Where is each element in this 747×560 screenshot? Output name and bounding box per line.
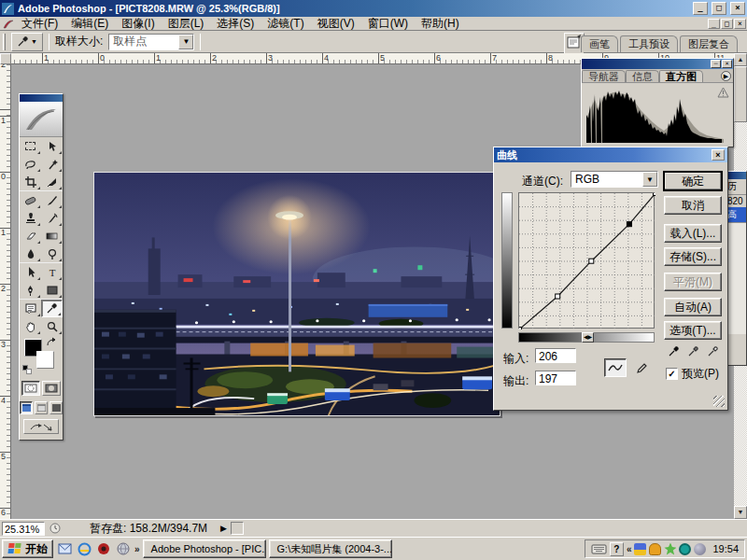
task-button-photoshop[interactable]: Adobe Photoshop - [PIC... xyxy=(143,539,266,558)
menu-edit[interactable]: 编辑(E) xyxy=(64,17,115,31)
menu-image[interactable]: 图像(I) xyxy=(115,17,161,31)
tab-navigator[interactable]: 导航器 xyxy=(582,70,626,82)
document-image[interactable] xyxy=(93,172,500,416)
history-state-row-selected[interactable]: 高 xyxy=(726,207,746,222)
default-colors-icon[interactable] xyxy=(22,365,31,373)
gradient-flip-button[interactable]: ◀▶ xyxy=(582,332,594,343)
current-tool-button[interactable]: ▼ xyxy=(11,33,43,51)
doc-close-button[interactable]: × xyxy=(734,19,746,29)
magic-wand-tool[interactable] xyxy=(41,155,63,173)
ruler-corner[interactable] xyxy=(0,53,11,64)
keyboard-icon[interactable] xyxy=(591,543,607,554)
fullscreen-menubar-button[interactable] xyxy=(35,401,48,414)
blur-tool[interactable] xyxy=(20,245,41,262)
save-button[interactable]: 存储(S)... xyxy=(664,247,722,266)
palette-menu-button[interactable]: ▶ xyxy=(721,71,731,81)
palette-close-button[interactable]: × xyxy=(722,60,732,68)
history-palette-titlebar[interactable] xyxy=(726,172,746,179)
curve-point[interactable] xyxy=(556,294,560,299)
hand-tool[interactable] xyxy=(20,317,41,335)
tab-histogram[interactable]: 直方图 xyxy=(659,70,703,82)
gray-point-eyedropper[interactable] xyxy=(685,343,700,358)
quicklaunch-mail[interactable] xyxy=(56,540,73,557)
dodge-tool[interactable] xyxy=(41,245,63,262)
lasso-tool[interactable] xyxy=(20,155,41,173)
scroll-down-button[interactable]: ▼ xyxy=(734,506,747,519)
tab-brushes[interactable]: 画笔 xyxy=(581,35,618,52)
options-grip[interactable] xyxy=(3,34,6,50)
gradient-tool[interactable] xyxy=(41,227,63,245)
quicklaunch-desktop[interactable] xyxy=(115,540,132,557)
input-field[interactable]: 206 xyxy=(535,348,576,363)
menu-help[interactable]: 帮助(H) xyxy=(415,17,466,31)
curve-point[interactable] xyxy=(589,259,594,263)
path-selection-tool[interactable] xyxy=(20,263,41,281)
jump-to-imageready-button[interactable] xyxy=(23,419,59,434)
ok-button[interactable]: 确定 xyxy=(664,172,722,190)
history-snapshot-row[interactable]: 820 xyxy=(726,195,746,207)
type-tool[interactable]: T xyxy=(41,263,63,281)
menu-file[interactable]: 文件(F) xyxy=(15,17,64,31)
chevron-down-icon[interactable]: ▼ xyxy=(178,35,193,49)
zoom-level-field[interactable]: 25.31% xyxy=(2,522,45,536)
menu-filter[interactable]: 滤镜(T) xyxy=(261,17,310,31)
load-button[interactable]: 载入(L)... xyxy=(664,224,722,243)
tab-layer-comps[interactable]: 图层复合 xyxy=(680,35,738,52)
quicklaunch-player[interactable] xyxy=(95,540,112,557)
ruler-vertical[interactable]: 210123456 xyxy=(0,64,11,519)
standard-mode-button[interactable] xyxy=(21,381,40,396)
black-point-eyedropper[interactable] xyxy=(666,343,681,358)
quicklaunch-ie[interactable] xyxy=(76,540,92,557)
tray-icon-star[interactable] xyxy=(664,543,676,555)
slice-tool[interactable] xyxy=(41,173,63,190)
pencil-curve-tool-button[interactable] xyxy=(630,358,653,377)
tray-icon-update[interactable] xyxy=(634,543,646,555)
tray-icon-volume[interactable] xyxy=(694,543,706,555)
warning-icon[interactable] xyxy=(717,87,729,98)
status-menu-arrow-icon[interactable]: ▶ xyxy=(220,524,227,533)
tab-tool-presets[interactable]: 工具预设 xyxy=(620,35,678,52)
doc-restore-button[interactable]: □ xyxy=(721,19,733,29)
cancel-button[interactable]: 取消 xyxy=(664,196,722,215)
menu-select[interactable]: 选择(S) xyxy=(210,17,261,31)
shape-tool[interactable] xyxy=(41,281,63,299)
scroll-up-button[interactable]: ▲ xyxy=(734,53,747,66)
history-brush-tool[interactable] xyxy=(41,209,63,227)
smooth-curve-tool-button[interactable] xyxy=(604,358,627,377)
quicklaunch-overflow[interactable]: » xyxy=(134,544,140,554)
app-titlebar[interactable]: Adobe Photoshop - [PICT8208.MRW @ 25.3%(… xyxy=(0,0,747,17)
start-button[interactable]: 开始 xyxy=(2,539,53,558)
healing-brush-tool[interactable] xyxy=(20,191,41,209)
chevron-down-icon[interactable]: ▼ xyxy=(642,172,657,187)
swap-colors-icon[interactable] xyxy=(46,337,59,348)
standard-screen-button[interactable] xyxy=(20,401,33,414)
pen-tool[interactable] xyxy=(20,281,41,299)
zoom-tool[interactable] xyxy=(41,317,63,335)
rect-marquee-tool[interactable] xyxy=(20,137,41,155)
white-point-eyedropper[interactable] xyxy=(705,343,720,358)
doc-minimize-button[interactable]: _ xyxy=(708,19,720,29)
eraser-tool[interactable] xyxy=(20,227,41,245)
curve-point[interactable] xyxy=(654,193,656,196)
menu-window[interactable]: 窗口(W) xyxy=(361,17,415,31)
minimize-button[interactable]: _ xyxy=(693,2,708,15)
fullscreen-button[interactable] xyxy=(49,401,63,414)
curve-plot[interactable] xyxy=(519,193,655,329)
palette-minimize-button[interactable]: – xyxy=(711,60,721,68)
task-button-folder[interactable]: G:\未知唱片集 (2004-3-... xyxy=(269,539,392,558)
notes-tool[interactable] xyxy=(20,300,41,317)
curves-dialog-titlebar[interactable]: 曲线 × xyxy=(494,147,727,162)
close-button[interactable]: × xyxy=(730,2,745,15)
histogram-palette-titlebar[interactable]: – × xyxy=(582,59,733,69)
ime-help-button[interactable]: ? xyxy=(610,542,624,556)
preview-checkbox[interactable]: ✓ xyxy=(666,368,678,380)
curve-grid[interactable] xyxy=(518,192,655,329)
tray-collapse-chevron[interactable]: « xyxy=(627,544,632,554)
curve-point[interactable] xyxy=(519,328,522,330)
quick-mask-button[interactable] xyxy=(42,381,61,396)
scrollbar-thumb[interactable] xyxy=(734,66,747,122)
toolbox-titlebar[interactable] xyxy=(20,94,63,102)
clone-stamp-tool[interactable] xyxy=(20,209,41,227)
maximize-button[interactable]: □ xyxy=(712,2,726,15)
menu-view[interactable]: 视图(V) xyxy=(311,17,361,31)
